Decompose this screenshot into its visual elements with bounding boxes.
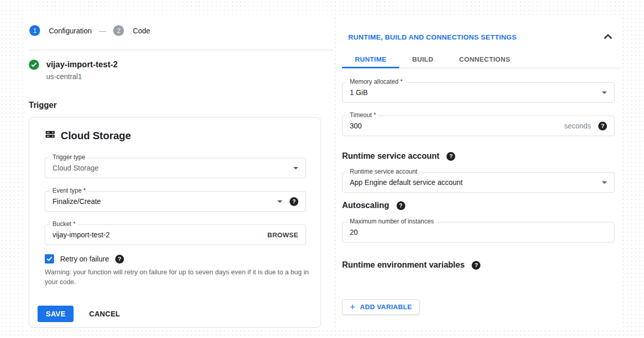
trigger-card: Cloud Storage Trigger type Cloud Storage… [29, 117, 321, 328]
max-instances-label: Maximum number of instances [347, 218, 436, 225]
step-2-number: 2 [117, 27, 120, 34]
bucket-input[interactable] [52, 231, 260, 239]
step-1-circle[interactable]: 1 [29, 25, 40, 36]
step-1-number: 1 [33, 27, 37, 34]
memory-allocated-value: 1 GiB [350, 88, 595, 97]
settings-header-title[interactable]: RUNTIME, BUILD AND CONNECTIONS SETTINGS [348, 33, 516, 41]
trigger-type-select[interactable]: Trigger type Cloud Storage [45, 158, 306, 178]
wizard-stepper: 1 Configuration — 2 Code [29, 25, 150, 36]
service-account-label: Runtime service account [347, 168, 420, 175]
tab-runtime[interactable]: RUNTIME [342, 52, 399, 68]
tab-connections[interactable]: CONNECTIONS [446, 52, 523, 68]
timeout-help-icon[interactable]: ? [598, 122, 607, 130]
bucket-field: Bucket * BROWSE [45, 224, 306, 245]
dropdown-arrow-icon[interactable] [602, 91, 607, 94]
trigger-card-title-row: Cloud Storage [45, 129, 131, 142]
retry-row: Retry on failure ? [45, 254, 124, 264]
timeout-field: Timeout * seconds ? [342, 116, 615, 136]
trigger-type-value: Cloud Storage [52, 164, 286, 172]
max-instances-field: Maximum number of instances [342, 222, 615, 242]
service-account-select[interactable]: Runtime service account App Engine defau… [342, 172, 615, 193]
function-name-row: vijay-import-test-2 [29, 60, 118, 70]
retry-checkbox[interactable] [45, 254, 54, 264]
event-type-select[interactable]: Event type * Finalize/Create ? [45, 191, 306, 212]
retry-warning-text: Warning: your function will retry on fai… [45, 268, 309, 287]
memory-allocated-label: Memory allocated * [347, 78, 405, 85]
runtime-settings-panel: RUNTIME, BUILD AND CONNECTIONS SETTINGS … [337, 17, 620, 328]
memory-allocated-select[interactable]: Memory allocated * 1 GiB [342, 82, 615, 103]
trigger-card-title: Cloud Storage [61, 130, 131, 142]
dropdown-arrow-icon[interactable] [602, 181, 607, 184]
settings-header[interactable]: RUNTIME, BUILD AND CONNECTIONS SETTINGS [348, 32, 613, 42]
tab-build[interactable]: BUILD [399, 52, 446, 68]
timeout-label: Timeout * [347, 111, 379, 119]
retry-help-icon[interactable]: ? [115, 255, 124, 264]
configuration-panel: 1 Configuration — 2 Code vijay-import-te… [24, 14, 333, 329]
cloud-storage-icon [45, 129, 56, 142]
step-2-label[interactable]: Code [133, 27, 150, 35]
function-region: us-central1 [46, 72, 82, 81]
browse-button[interactable]: BROWSE [267, 231, 298, 239]
bucket-label: Bucket * [50, 220, 78, 228]
chevron-up-icon[interactable] [603, 32, 613, 42]
service-account-value: App Engine default service account [350, 178, 595, 186]
plus-icon: + [350, 304, 355, 311]
settings-tabs: RUNTIME BUILD CONNECTIONS [342, 52, 620, 68]
runtime-service-account-heading: Runtime service account [342, 152, 439, 161]
step-2-circle[interactable]: 2 [113, 25, 124, 36]
event-type-label: Event type * [50, 187, 88, 194]
env-vars-help-icon[interactable]: ? [472, 261, 480, 270]
trigger-section-title: Trigger [29, 101, 57, 110]
retry-label: Retry on failure [60, 255, 109, 263]
cancel-button[interactable]: CANCEL [89, 310, 120, 318]
trigger-type-label: Trigger type [50, 154, 88, 161]
success-check-icon [29, 60, 39, 70]
dropdown-arrow-icon[interactable] [277, 200, 282, 203]
runtime-service-account-heading-row: Runtime service account ? [342, 152, 455, 161]
dropdown-arrow-icon[interactable] [293, 167, 298, 170]
service-account-help-icon[interactable]: ? [446, 152, 455, 161]
add-variable-button[interactable]: + ADD VARIABLE [342, 299, 420, 315]
event-type-help-icon[interactable]: ? [290, 197, 298, 206]
save-button[interactable]: SAVE [38, 306, 74, 322]
timeout-input[interactable] [350, 122, 557, 130]
step-separator: — [99, 27, 106, 35]
step-1-label[interactable]: Configuration [49, 27, 92, 35]
env-vars-heading-row: Runtime environment variables ? [342, 260, 480, 270]
event-type-value: Finalize/Create [52, 197, 270, 205]
autoscaling-help-icon[interactable]: ? [397, 201, 405, 210]
max-instances-input[interactable] [350, 228, 607, 236]
env-vars-heading: Runtime environment variables [342, 260, 464, 270]
stepper-divider [29, 50, 333, 50]
function-name: vijay-import-test-2 [46, 60, 118, 69]
autoscaling-heading: Autoscaling [342, 201, 389, 210]
autoscaling-heading-row: Autoscaling ? [342, 201, 405, 210]
add-variable-label: ADD VARIABLE [360, 303, 412, 311]
timeout-suffix: seconds [564, 122, 591, 130]
trigger-actions: SAVE CANCEL [38, 306, 120, 322]
